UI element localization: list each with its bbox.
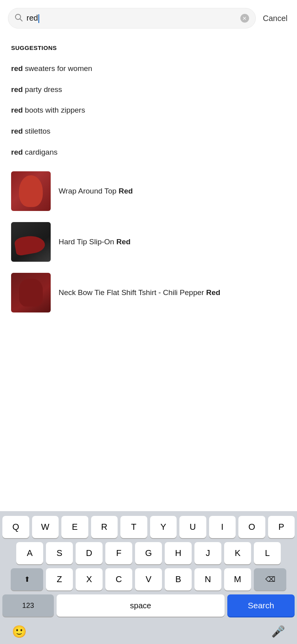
suggestions-section: SUGGESTIONS red sweaters for women red p…	[0, 35, 297, 163]
search-input-wrapper[interactable]: red ✕	[8, 8, 256, 29]
keyboard-row-2: A S D F G H J K L	[2, 542, 295, 564]
key-w[interactable]: W	[32, 516, 59, 538]
backspace-key[interactable]: ⌫	[254, 568, 286, 590]
emoji-icon[interactable]: 🙂	[12, 625, 27, 638]
suggestion-item-4[interactable]: red stilettos	[11, 121, 286, 142]
suggestion-item-1[interactable]: red sweaters for women	[11, 58, 286, 79]
search-icon	[15, 13, 23, 23]
product-thumbnail-1	[11, 171, 51, 211]
key-h[interactable]: H	[165, 542, 192, 564]
key-r[interactable]: R	[91, 516, 118, 538]
suggestion-text-3: red boots with zippers	[11, 105, 85, 115]
key-v[interactable]: V	[135, 568, 162, 590]
key-a[interactable]: A	[16, 542, 43, 564]
key-i[interactable]: I	[209, 516, 236, 538]
product-name-1: Wrap Around Top Red	[59, 186, 133, 197]
key-k[interactable]: K	[224, 542, 251, 564]
key-s[interactable]: S	[46, 542, 73, 564]
keyboard-bottom-row: 123 space Search	[2, 594, 295, 617]
product-item-1[interactable]: Wrap Around Top Red	[0, 166, 297, 217]
key-z[interactable]: Z	[46, 568, 73, 590]
key-b[interactable]: B	[165, 568, 192, 590]
product-suggestions: Wrap Around Top Red Hard Tip Slip-On Red…	[0, 166, 297, 318]
product-thumbnail-2	[11, 222, 51, 262]
product-name-2: Hard Tip Slip-On Red	[59, 237, 131, 247]
microphone-icon[interactable]: 🎤	[271, 625, 285, 638]
key-x[interactable]: X	[76, 568, 103, 590]
shift-key[interactable]: ⬆	[11, 568, 43, 590]
space-key[interactable]: space	[57, 594, 225, 617]
product-item-3[interactable]: Neck Bow Tie Flat Shift Tshirt - Chili P…	[0, 267, 297, 318]
suggestion-text-4: red stilettos	[11, 126, 50, 136]
key-c[interactable]: C	[105, 568, 132, 590]
key-g[interactable]: G	[135, 542, 162, 564]
suggestion-item-2[interactable]: red party dress	[11, 79, 286, 100]
key-p[interactable]: P	[268, 516, 295, 538]
product-item-2[interactable]: Hard Tip Slip-On Red	[0, 217, 297, 267]
keyboard-row-3: ⬆ Z X C V B N M ⌫	[2, 568, 295, 590]
suggestions-title: SUGGESTIONS	[11, 44, 286, 51]
suggestion-text-1: red sweaters for women	[11, 64, 92, 74]
suggestion-item-5[interactable]: red cardigans	[11, 142, 286, 163]
keyboard-extras: 🙂 🎤	[2, 621, 295, 642]
cursor	[38, 14, 39, 23]
search-bar-area: red ✕ Cancel	[0, 0, 297, 35]
key-l[interactable]: L	[254, 542, 281, 564]
keyboard-row-1: Q W E R T Y U I O P	[2, 516, 295, 538]
key-d[interactable]: D	[76, 542, 103, 564]
suggestion-text-5: red cardigans	[11, 148, 57, 157]
search-input[interactable]: red	[27, 13, 240, 23]
key-f[interactable]: F	[105, 542, 132, 564]
suggestion-item-3[interactable]: red boots with zippers	[11, 100, 286, 121]
key-y[interactable]: Y	[150, 516, 177, 538]
search-input-value: red	[27, 13, 38, 22]
key-t[interactable]: T	[120, 516, 147, 538]
key-o[interactable]: O	[238, 516, 265, 538]
clear-icon[interactable]: ✕	[240, 14, 249, 23]
svg-line-1	[20, 19, 23, 21]
key-u[interactable]: U	[179, 516, 206, 538]
keyboard: Q W E R T Y U I O P A S D F G H J K L ⬆ …	[0, 511, 297, 644]
key-m[interactable]: M	[224, 568, 251, 590]
key-e[interactable]: E	[61, 516, 88, 538]
numbers-key[interactable]: 123	[2, 594, 54, 617]
search-key[interactable]: Search	[227, 594, 295, 617]
key-q[interactable]: Q	[2, 516, 29, 538]
product-name-3: Neck Bow Tie Flat Shift Tshirt - Chili P…	[59, 288, 220, 298]
product-thumbnail-3	[11, 273, 51, 312]
cancel-button[interactable]: Cancel	[261, 12, 289, 25]
key-j[interactable]: J	[194, 542, 221, 564]
suggestion-text-2: red party dress	[11, 85, 62, 95]
key-n[interactable]: N	[194, 568, 221, 590]
